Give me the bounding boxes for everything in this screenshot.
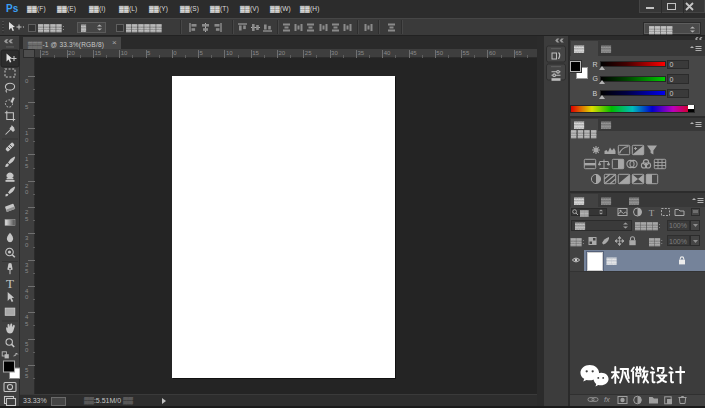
svg-text:T: T [648, 207, 654, 217]
svg-text:T: T [6, 276, 14, 291]
